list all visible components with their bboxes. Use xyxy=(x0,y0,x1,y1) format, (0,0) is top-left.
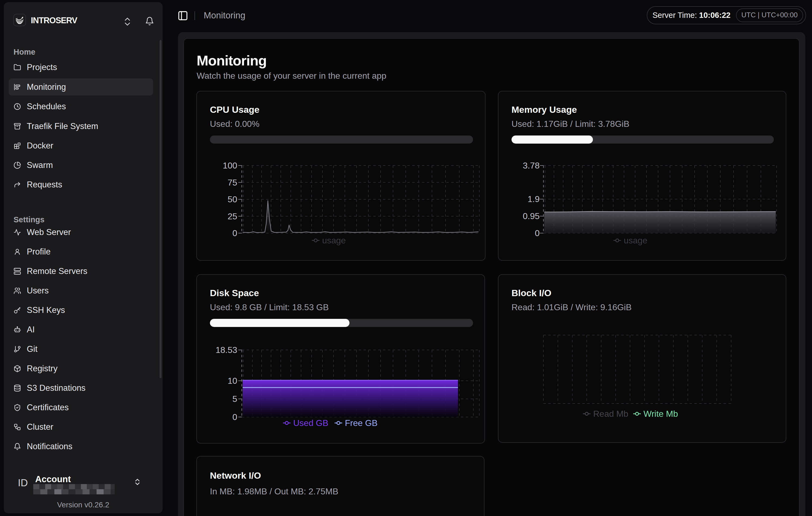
svg-text:Free GB: Free GB xyxy=(345,418,378,428)
svg-text:3.78: 3.78 xyxy=(523,161,540,170)
svg-text:25: 25 xyxy=(228,211,237,221)
svg-text:18.53: 18.53 xyxy=(215,345,237,355)
svg-text:5: 5 xyxy=(232,394,237,404)
svg-text:75: 75 xyxy=(228,178,237,188)
svg-text:usage: usage xyxy=(322,235,346,245)
svg-text:10: 10 xyxy=(228,376,237,385)
svg-text:0: 0 xyxy=(535,228,540,238)
svg-text:Read Mb: Read Mb xyxy=(593,409,628,419)
svg-text:0.95: 0.95 xyxy=(523,211,540,221)
svg-text:Write Mb: Write Mb xyxy=(643,409,678,419)
svg-text:0: 0 xyxy=(232,228,237,238)
svg-text:usage: usage xyxy=(624,235,647,245)
svg-text:100: 100 xyxy=(223,161,237,170)
svg-text:0: 0 xyxy=(232,412,237,422)
svg-text:1.9: 1.9 xyxy=(528,194,540,204)
svg-text:50: 50 xyxy=(228,195,237,204)
svg-text:Used GB: Used GB xyxy=(293,418,328,428)
